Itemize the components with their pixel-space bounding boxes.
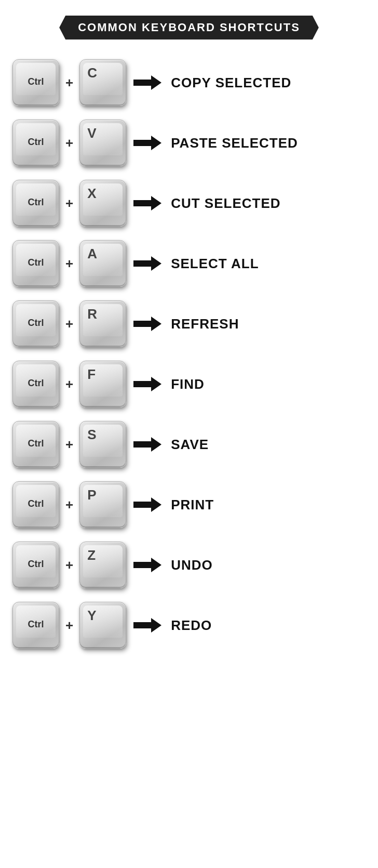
shortcut-row: Ctrl+Z UNDO	[12, 537, 366, 593]
letter-key-5: F	[79, 361, 126, 407]
shortcuts-list: Ctrl+C COPY SELECTEDCtrl+V PASTE SELECTE…	[12, 55, 366, 653]
shortcut-row: Ctrl+C COPY SELECTED	[12, 55, 366, 110]
plus-sign: +	[65, 256, 73, 272]
action-label: UNDO	[171, 557, 213, 573]
plus-sign: +	[65, 617, 73, 634]
letter-key-7: P	[79, 481, 126, 528]
action-label: PRINT	[171, 497, 214, 513]
ctrl-key-label: Ctrl	[28, 318, 44, 328]
svg-marker-7	[133, 497, 161, 512]
shortcut-row: Ctrl+V PASTE SELECTED	[12, 115, 366, 170]
letter-key-0: C	[79, 59, 126, 106]
arrow-icon	[133, 256, 161, 271]
svg-marker-0	[133, 75, 161, 90]
svg-marker-6	[133, 437, 161, 452]
arrow-icon	[133, 437, 161, 452]
arrow-icon	[133, 558, 161, 572]
letter-key-label: R	[87, 306, 97, 322]
ctrl-key-1: Ctrl	[12, 120, 59, 166]
ctrl-key-label: Ctrl	[28, 137, 44, 148]
page-title: COMMON KEYBOARD SHORTCUTS	[59, 16, 319, 40]
arrow-icon	[133, 136, 161, 150]
arrow-icon	[133, 196, 161, 211]
arrow-icon	[133, 75, 161, 90]
action-label: COPY SELECTED	[171, 75, 291, 91]
shortcut-row: Ctrl+R REFRESH	[12, 296, 366, 351]
action-label: SELECT ALL	[171, 256, 259, 272]
letter-key-4: R	[79, 300, 126, 347]
ctrl-key-3: Ctrl	[12, 240, 59, 287]
plus-sign: +	[65, 497, 73, 513]
letter-key-6: S	[79, 421, 126, 468]
shortcut-row: Ctrl+A SELECT ALL	[12, 236, 366, 291]
plus-sign: +	[65, 376, 73, 392]
shortcut-row: Ctrl+X CUT SELECTED	[12, 176, 366, 231]
ctrl-key-label: Ctrl	[28, 197, 44, 208]
ctrl-key-label: Ctrl	[28, 498, 44, 509]
shortcut-row: Ctrl+S SAVE	[12, 417, 366, 472]
ctrl-key-9: Ctrl	[12, 602, 59, 649]
ctrl-key-label: Ctrl	[28, 438, 44, 449]
plus-sign: +	[65, 437, 73, 453]
ctrl-key-label: Ctrl	[28, 76, 44, 87]
svg-marker-1	[133, 136, 161, 150]
letter-key-9: Y	[79, 602, 126, 649]
svg-marker-2	[133, 196, 161, 211]
ctrl-key-7: Ctrl	[12, 481, 59, 528]
letter-key-label: S	[87, 427, 96, 443]
ctrl-key-8: Ctrl	[12, 542, 59, 588]
letter-key-2: X	[79, 180, 126, 227]
plus-sign: +	[65, 75, 73, 91]
action-label: REFRESH	[171, 316, 239, 332]
action-label: CUT SELECTED	[171, 195, 280, 212]
plus-sign: +	[65, 195, 73, 212]
letter-key-label: V	[87, 125, 96, 141]
svg-marker-5	[133, 377, 161, 391]
svg-marker-8	[133, 558, 161, 572]
arrow-icon	[133, 317, 161, 331]
ctrl-key-6: Ctrl	[12, 421, 59, 468]
letter-key-label: F	[87, 366, 96, 383]
plus-sign: +	[65, 316, 73, 332]
plus-sign: +	[65, 557, 73, 573]
ctrl-key-2: Ctrl	[12, 180, 59, 227]
arrow-icon	[133, 497, 161, 512]
arrow-icon	[133, 377, 161, 391]
ctrl-key-label: Ctrl	[28, 378, 44, 389]
ctrl-key-label: Ctrl	[28, 559, 44, 570]
svg-marker-9	[133, 618, 161, 633]
letter-key-label: C	[87, 65, 97, 81]
letter-key-label: P	[87, 487, 96, 503]
letter-key-1: V	[79, 120, 126, 166]
action-label: FIND	[171, 376, 205, 392]
svg-marker-4	[133, 317, 161, 331]
letter-key-label: X	[87, 186, 96, 202]
shortcut-row: Ctrl+P PRINT	[12, 477, 366, 532]
ctrl-key-4: Ctrl	[12, 300, 59, 347]
plus-sign: +	[65, 135, 73, 151]
ctrl-key-label: Ctrl	[28, 619, 44, 630]
ctrl-key-5: Ctrl	[12, 361, 59, 407]
letter-key-8: Z	[79, 542, 126, 588]
action-label: REDO	[171, 617, 212, 634]
action-label: SAVE	[171, 437, 209, 453]
shortcut-row: Ctrl+F FIND	[12, 357, 366, 412]
ctrl-key-0: Ctrl	[12, 59, 59, 106]
action-label: PASTE SELECTED	[171, 135, 298, 151]
letter-key-3: A	[79, 240, 126, 287]
svg-marker-3	[133, 256, 161, 271]
ctrl-key-label: Ctrl	[28, 257, 44, 268]
shortcut-row: Ctrl+Y REDO	[12, 598, 366, 653]
arrow-icon	[133, 618, 161, 633]
letter-key-label: A	[87, 246, 97, 262]
letter-key-label: Z	[87, 547, 96, 563]
letter-key-label: Y	[87, 608, 96, 624]
